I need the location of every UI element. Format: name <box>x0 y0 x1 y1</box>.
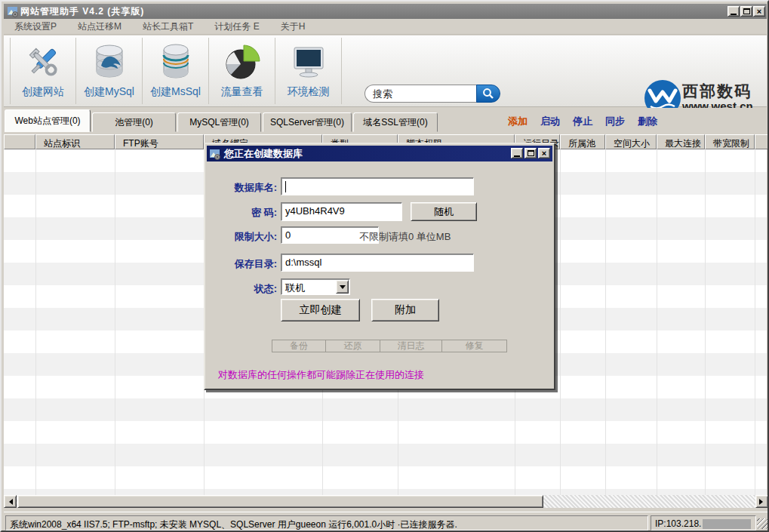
create-mssql-button[interactable]: 创建MsSql <box>143 38 209 104</box>
maximize-button[interactable] <box>740 6 752 17</box>
sync-link[interactable]: 同步 <box>605 115 625 128</box>
toolbar: 创建网站 创建MySql 创建MsSql <box>4 35 767 107</box>
create-now-button[interactable]: 立即创建 <box>281 299 360 321</box>
db-name-label: 数据库名: <box>208 181 277 195</box>
save-dir-input[interactable]: d:\mssql <box>281 254 474 272</box>
clear-log-button-disabled: 清日志 <box>380 340 442 352</box>
start-link[interactable]: 启动 <box>540 115 560 128</box>
arrow-left-icon <box>6 499 13 505</box>
column-header-space-size[interactable]: 空间大小 <box>605 134 657 149</box>
site-actions: 添加 启动 停止 同步 删除 <box>508 115 657 128</box>
app-window: 网站管理助手 V4.2 (共享版) × 系统设置P 站点迁移M 站长工具箱T 计… <box>0 0 769 532</box>
scroll-left-button[interactable] <box>4 495 17 508</box>
menu-site-migration[interactable]: 站点迁移M <box>67 19 132 35</box>
size-limit-hint: 不限制请填0 单位MB <box>359 230 451 244</box>
traffic-view-button[interactable]: 流量查看 <box>209 38 275 104</box>
column-header-max-conn[interactable]: 最大连接 <box>657 134 705 149</box>
column-header-pool[interactable]: 所属池 <box>560 134 605 149</box>
restore-button-disabled: 还原 <box>326 340 380 352</box>
arrow-right-icon <box>759 499 766 505</box>
tools-icon <box>24 43 62 81</box>
menu-scheduled-tasks[interactable]: 计划任务 E <box>204 19 269 35</box>
scroll-right-button[interactable] <box>755 495 768 508</box>
add-link[interactable]: 添加 <box>508 115 528 128</box>
toolbar-label: 创建MsSql <box>150 85 201 99</box>
app-icon <box>7 5 19 17</box>
status-ip: IP:103.218. <box>651 515 756 530</box>
column-header-row-selector[interactable] <box>4 134 35 149</box>
create-mysql-button[interactable]: 创建MySql <box>76 38 143 104</box>
repair-button-disabled: 修复 <box>442 340 506 352</box>
menu-about[interactable]: 关于H <box>270 19 316 35</box>
random-password-button[interactable]: 随机 <box>411 202 477 221</box>
attach-button[interactable]: 附加 <box>371 299 439 321</box>
tab-domain-ssl[interactable]: 域名SSL管理(0) <box>353 112 438 132</box>
text-caret <box>285 181 286 192</box>
toolbar-label: 创建网站 <box>22 85 64 99</box>
status-bar: 系统win2008_x64 IIS7.5; FTP-msftp; 未安装 MYS… <box>4 512 768 531</box>
column-header-site-id[interactable]: 站点标识 <box>35 134 115 149</box>
dialog-icon <box>209 148 221 160</box>
tab-mysql[interactable]: MySQL管理(0) <box>177 112 261 132</box>
stop-link[interactable]: 停止 <box>573 115 592 128</box>
resize-grip-icon[interactable] <box>757 518 767 529</box>
search-icon <box>482 88 494 100</box>
dialog-warning-text: 对数据库的任何操作都可能踢除正在使用的连接 <box>218 368 424 382</box>
menu-bar: 系统设置P 站点迁移M 站长工具箱T 计划任务 E 关于H <box>4 20 767 35</box>
dialog-minimize-button[interactable] <box>511 148 523 158</box>
title-bar: 网站管理助手 V4.2 (共享版) × <box>4 4 767 19</box>
size-limit-label: 限制大小: <box>208 230 277 244</box>
status-system-info: 系统win2008_x64 IIS7.5; FTP-msftp; 未安装 MYS… <box>5 515 648 530</box>
column-header-stub <box>755 134 768 149</box>
tab-strip: Web站点管理(0) 池管理(0) MySQL管理(0) SQLServer管理… <box>4 108 767 134</box>
column-header-ftp-account[interactable]: FTP账号 <box>115 134 204 149</box>
tab-pools[interactable]: 池管理(0) <box>92 112 176 132</box>
dialog-maximize-button[interactable] <box>524 148 537 158</box>
toolbar-label: 流量查看 <box>221 85 263 99</box>
menu-system-settings[interactable]: 系统设置P <box>4 19 67 35</box>
close-button[interactable]: × <box>753 6 765 17</box>
disabled-db-operations: 备份 还原 清日志 修复 <box>272 340 507 352</box>
scrollbar-thumb[interactable] <box>17 495 543 508</box>
toolbar-label: 创建MySql <box>84 85 134 99</box>
mysql-database-icon <box>91 43 128 81</box>
delete-link[interactable]: 删除 <box>638 115 657 128</box>
combo-dropdown-button[interactable] <box>336 280 349 294</box>
tab-web-sites[interactable]: Web站点管理(0) <box>5 109 91 132</box>
password-input[interactable]: y4UBh4R4V9 <box>281 202 402 221</box>
toolbar-label: 环境检测 <box>288 85 330 99</box>
pie-chart-icon <box>223 43 261 81</box>
db-name-input[interactable] <box>281 177 474 195</box>
search-button[interactable] <box>476 85 500 103</box>
menu-webmaster-toolbox[interactable]: 站长工具箱T <box>132 19 204 35</box>
dialog-title-bar: 您正在创建数据库 × <box>207 146 552 161</box>
environment-check-button[interactable]: 环境检测 <box>275 38 342 104</box>
save-dir-label: 保存目录: <box>208 257 277 271</box>
create-database-dialog: 您正在创建数据库 × 数据库名: 密 码: y4UBh4R4V9 随机 限制大小… <box>204 143 555 390</box>
column-header-bandwidth[interactable]: 带宽限制 <box>705 134 755 149</box>
status-label: 状态: <box>208 282 277 296</box>
minimize-button[interactable] <box>727 6 740 17</box>
ip-redaction-block <box>703 519 751 529</box>
chevron-down-icon <box>340 285 346 292</box>
dialog-title: 您正在创建数据库 <box>224 147 303 161</box>
dialog-close-button[interactable]: × <box>538 148 550 158</box>
status-select[interactable]: 联机 <box>281 278 350 295</box>
search-input[interactable] <box>365 85 477 103</box>
monitor-icon <box>290 43 328 81</box>
password-label: 密 码: <box>208 206 277 220</box>
brand-name: 西部数码 <box>682 81 752 102</box>
window-title: 网站管理助手 V4.2 (共享版) <box>20 5 144 18</box>
backup-button-disabled: 备份 <box>272 340 326 352</box>
create-website-button[interactable]: 创建网站 <box>10 38 76 104</box>
mssql-database-icon <box>157 43 195 81</box>
horizontal-scrollbar[interactable] <box>4 495 768 508</box>
tab-sqlserver[interactable]: SQLServer管理(0) <box>263 112 352 132</box>
